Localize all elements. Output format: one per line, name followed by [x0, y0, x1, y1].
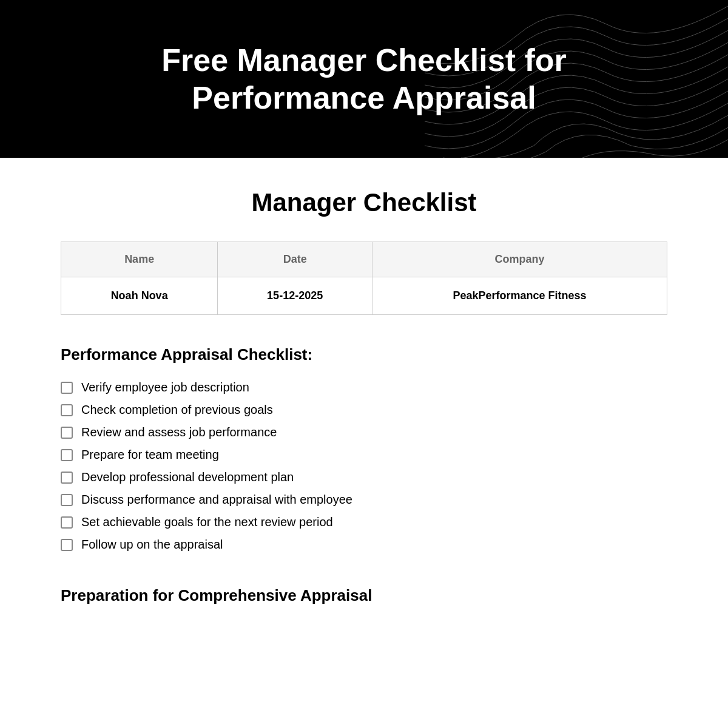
checklist-item-label: Check completion of previous goals	[81, 403, 273, 417]
checklist-item: Follow up on the appraisal	[61, 533, 667, 556]
checklist-item-label: Review and assess job performance	[81, 425, 277, 439]
table-header-date: Date	[218, 242, 372, 277]
checkbox-icon[interactable]	[61, 539, 73, 551]
checkbox-icon[interactable]	[61, 382, 73, 394]
info-table: Name Date Company Noah Nova 15-12-2025 P…	[61, 242, 667, 315]
checklist-item: Verify employee job description	[61, 376, 667, 399]
checklist-item-label: Follow up on the appraisal	[81, 538, 223, 552]
checklist-item-label: Prepare for team meeting	[81, 448, 219, 462]
table-row: Noah Nova 15-12-2025 PeakPerformance Fit…	[61, 277, 667, 315]
checklist-item-label: Discuss performance and appraisal with e…	[81, 493, 352, 507]
checklist-item: Prepare for team meeting	[61, 444, 667, 466]
checkbox-icon[interactable]	[61, 404, 73, 416]
table-cell-name: Noah Nova	[61, 277, 218, 315]
checklist-item: Check completion of previous goals	[61, 399, 667, 421]
table-cell-company: PeakPerformance Fitness	[372, 277, 667, 315]
checklist-item: Discuss performance and appraisal with e…	[61, 489, 667, 511]
checkbox-icon[interactable]	[61, 516, 73, 529]
checklist-item-label: Verify employee job description	[81, 380, 249, 394]
page-header-title: Free Manager Checklist for Performance A…	[152, 41, 576, 117]
table-header-company: Company	[372, 242, 667, 277]
page-header: Free Manager Checklist for Performance A…	[0, 0, 728, 158]
checkbox-icon[interactable]	[61, 427, 73, 439]
partial-section-heading: Preparation for Comprehensive Appraisal	[61, 586, 667, 605]
checklist-section: Performance Appraisal Checklist: Verify …	[61, 345, 667, 556]
checklist-heading: Performance Appraisal Checklist:	[61, 345, 667, 364]
checklist-item-label: Set achievable goals for the next review…	[81, 515, 333, 529]
checklist-item: Develop professional development plan	[61, 466, 667, 489]
checkbox-icon[interactable]	[61, 472, 73, 484]
checklist-item-label: Develop professional development plan	[81, 470, 294, 484]
main-content: Manager Checklist Name Date Company Noah…	[0, 158, 728, 641]
checklist-item: Review and assess job performance	[61, 421, 667, 444]
checkbox-icon[interactable]	[61, 449, 73, 461]
table-header-name: Name	[61, 242, 218, 277]
checklist-list: Verify employee job descriptionCheck com…	[61, 376, 667, 556]
table-cell-date: 15-12-2025	[218, 277, 372, 315]
section-title: Manager Checklist	[61, 188, 667, 217]
checkbox-icon[interactable]	[61, 494, 73, 506]
checklist-item: Set achievable goals for the next review…	[61, 511, 667, 533]
